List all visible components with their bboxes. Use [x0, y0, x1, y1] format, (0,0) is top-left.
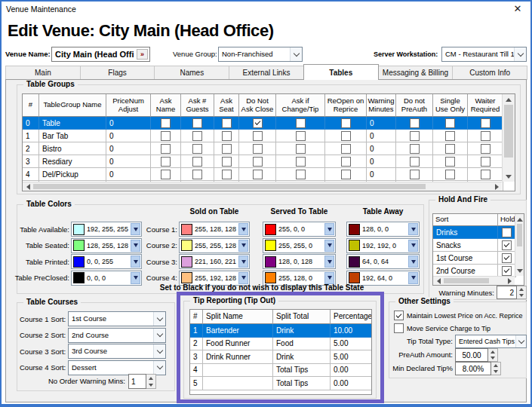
tab-main[interactable]: Main [5, 66, 81, 80]
grid-checkbox[interactable] [445, 170, 455, 179]
chevron-down-icon[interactable] [515, 335, 526, 347]
expand-button[interactable]: » [137, 49, 148, 60]
hold-checkbox[interactable] [502, 266, 512, 276]
horizontal-scrollbar[interactable] [23, 182, 502, 191]
grid-checkbox[interactable] [296, 144, 306, 154]
hold-checkbox[interactable] [502, 253, 512, 263]
grid-checkbox[interactable] [410, 118, 420, 128]
grid-checkbox[interactable] [341, 157, 351, 167]
table-group-row[interactable]: 0Table00 [23, 117, 515, 130]
color-dropdown[interactable]: 128, 0, 128 [263, 254, 336, 269]
grid-checkbox[interactable] [481, 131, 490, 141]
hold-checkbox[interactable] [502, 228, 512, 237]
grid-checkbox[interactable] [192, 144, 202, 154]
grid-checkbox[interactable] [445, 144, 455, 154]
hold-fire-row[interactable]: 1st Course [433, 252, 524, 265]
grid-checkbox[interactable] [222, 170, 232, 179]
scroll-up-arrow[interactable] [503, 94, 515, 105]
grid-checkbox[interactable] [253, 118, 263, 128]
column-header[interactable]: TableGroup Name [39, 94, 106, 117]
grid-checkbox[interactable] [253, 144, 263, 154]
scroll-up-arrow[interactable] [515, 214, 524, 225]
course-sort-select[interactable]: 3rd Course [68, 344, 166, 359]
grid-checkbox[interactable] [341, 118, 351, 128]
column-header[interactable]: Ask # Guests [181, 94, 214, 117]
column-header[interactable]: Hold [498, 214, 516, 226]
grid-checkbox[interactable] [481, 118, 490, 128]
spinner-buttons[interactable] [491, 362, 501, 375]
grid-checkbox[interactable] [222, 131, 232, 141]
grid-checkbox[interactable] [481, 157, 490, 167]
venue-name-input[interactable]: City Main (Head Offi » [51, 47, 150, 62]
grid-checkbox[interactable] [161, 170, 171, 179]
tab-flags[interactable]: Flags [80, 66, 155, 80]
chevron-down-icon[interactable] [238, 223, 248, 235]
preauth-amount-stepper[interactable]: 50.00 [455, 348, 498, 362]
chevron-down-icon[interactable] [324, 240, 334, 252]
chevron-down-icon[interactable] [153, 344, 165, 358]
chevron-down-icon[interactable] [238, 240, 248, 252]
grid-checkbox[interactable] [341, 170, 351, 179]
scroll-down-arrow[interactable] [515, 265, 524, 276]
tab-tables[interactable]: Tables [303, 64, 379, 80]
grid-checkbox[interactable] [253, 157, 263, 167]
color-dropdown[interactable]: 128, 255, 128 [71, 238, 142, 253]
color-dropdown[interactable]: 192, 192, 0 [346, 238, 420, 253]
grid-checkbox[interactable] [253, 131, 263, 141]
maintain-lowest-price-checkbox-row[interactable]: Maintain Lowest Price on Acc. Reprice [394, 311, 523, 320]
column-header[interactable]: Ask Seat [214, 94, 239, 117]
no-order-warning-stepper[interactable]: 1 [128, 374, 156, 389]
grid-checkbox[interactable] [222, 144, 232, 154]
grid-checkbox[interactable] [296, 170, 306, 179]
grid-checkbox[interactable] [481, 144, 490, 154]
color-dropdown[interactable]: 255, 128, 128 [179, 222, 250, 237]
spinner-buttons[interactable] [517, 286, 527, 299]
grid-checkbox[interactable] [192, 170, 202, 179]
tab-custom-info[interactable]: Custom Info [452, 66, 527, 80]
server-workstation-select[interactable]: CM - Restaurant Till 1 [441, 47, 527, 62]
grid-checkbox[interactable] [192, 157, 202, 167]
scrollbar-thumb[interactable] [33, 184, 426, 189]
grid-checkbox[interactable] [222, 118, 232, 128]
move-service-charge-checkbox-row[interactable]: Move Service Charge to Tip [394, 323, 490, 333]
grid-checkbox[interactable] [341, 131, 351, 141]
chevron-down-icon[interactable] [238, 256, 248, 268]
maintain-lowest-price-checkbox[interactable] [394, 311, 404, 320]
chevron-down-icon[interactable] [131, 240, 140, 252]
scroll-right-arrow[interactable] [491, 182, 502, 191]
chevron-down-icon[interactable] [131, 272, 140, 284]
tab-external-links[interactable]: External Links [229, 66, 304, 80]
table-group-row[interactable]: 1Bar Tab00 [23, 130, 515, 142]
chevron-down-icon[interactable] [153, 312, 165, 326]
chevron-down-icon[interactable] [324, 256, 334, 268]
table-group-row[interactable]: 2Bistro00 [23, 142, 515, 155]
chevron-down-icon[interactable] [131, 256, 140, 268]
grid-checkbox[interactable] [445, 131, 455, 141]
vertical-scrollbar[interactable] [515, 214, 524, 276]
chevron-down-icon[interactable] [408, 256, 418, 268]
color-dropdown[interactable]: 64, 0, 64 [346, 254, 420, 269]
scroll-left-arrow[interactable] [23, 182, 33, 191]
scroll-right-arrow[interactable] [504, 277, 515, 285]
column-header[interactable]: Waiter Required [468, 94, 503, 117]
column-header[interactable]: Warning Minutes [367, 94, 396, 117]
venue-group-select[interactable]: Non-Franchised [218, 47, 303, 62]
column-header[interactable]: PriceNum Adjust [106, 94, 151, 117]
warning-minutes-stepper[interactable]: 2 [497, 286, 527, 299]
grid-checkbox[interactable] [410, 131, 420, 141]
grid-checkbox[interactable] [296, 131, 306, 141]
grid-checkbox[interactable] [445, 118, 455, 128]
grid-checkbox[interactable] [410, 144, 420, 154]
grid-checkbox[interactable] [222, 157, 232, 167]
hold-checkbox[interactable] [502, 240, 512, 250]
grid-checkbox[interactable] [192, 118, 202, 128]
grid-checkbox[interactable] [192, 131, 202, 141]
color-dropdown[interactable]: 0, 0, 255 [71, 254, 142, 269]
chevron-down-icon[interactable] [324, 272, 334, 284]
scroll-down-arrow[interactable] [503, 171, 515, 182]
color-dropdown[interactable]: 255, 255, 0 [263, 238, 336, 253]
column-header[interactable]: Ask Name [151, 94, 181, 117]
vertical-scrollbar[interactable] [502, 94, 515, 182]
column-header[interactable]: ReOpen on Reprice [325, 94, 367, 117]
table-group-row[interactable]: 3Resdiary00 [23, 155, 515, 168]
